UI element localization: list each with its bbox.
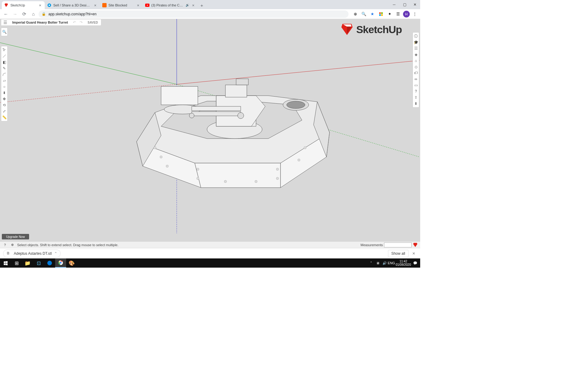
reading-list-icon[interactable]: ☰ [394,10,402,18]
svg-rect-4 [379,12,381,14]
download-item[interactable]: 🗎 Adeptus Astartes DT.stl ⌃ [3,250,61,258]
svg-point-27 [276,177,279,180]
browser-toolbar: ← → ⟳ ⌂ 🔒 app.sketchup.com/app?hl=en ⊕ 🔍… [0,9,420,19]
svg-rect-37 [161,86,198,105]
scenes-icon[interactable]: ∞ [413,76,419,82]
svg-point-30 [304,147,306,149]
hamburger-menu-icon[interactable]: ☰ [1,19,9,26]
new-tab-button[interactable]: + [198,1,206,9]
status-hint: Select objects. Shift to extend select. … [17,243,119,247]
measurements-input[interactable] [384,242,412,247]
outliner-icon[interactable]: ☷ [413,46,419,51]
status-bar: ? ⊕ Select objects. Shift to extend sele… [0,241,420,248]
close-window-button[interactable]: ✕ [410,0,420,9]
back-button[interactable]: ← [2,10,10,18]
close-icon[interactable]: × [38,3,42,7]
close-icon[interactable]: × [191,3,195,7]
svg-point-52 [60,262,62,264]
tab-pinshape[interactable]: Sell / Share a 3D Design | Pinsha × [45,1,100,9]
maximize-button[interactable]: ▢ [399,0,410,9]
redo-button[interactable]: ↷ [78,19,85,26]
instructor-icon[interactable]: 🎓 [413,40,419,45]
components-icon[interactable]: ⌂ [413,58,419,63]
edge-icon[interactable] [44,258,55,268]
svg-point-1 [49,5,50,6]
windows-taskbar: ⊞ 📁 ⊡ 🎨 ˄ 🖥 🔊 ENG 11:42 01/08/2020 💬 [0,258,420,268]
url-text: app.sketchup.com/app?hl=en [48,12,96,16]
select-tool-icon[interactable] [2,47,7,53]
line-tool-icon[interactable] [2,53,7,59]
tape-tool-icon[interactable]: 📏 [2,115,7,120]
svg-rect-6 [379,14,381,16]
extensions-icon[interactable]: ✦ [386,10,393,18]
sketchup-logo-icon [340,23,354,36]
windows-ext-icon[interactable] [377,10,385,18]
search-tool-icon[interactable]: 🔍 [2,29,7,35]
styles-icon[interactable]: ◇ [413,64,419,70]
pushpull-tool-icon[interactable]: ⬍ [2,90,7,96]
circle-tool-icon[interactable]: ○ [2,84,7,90]
share-icon[interactable]: ⇪ [413,95,419,100]
download-icon[interactable]: ⬇ [413,101,419,106]
profile-avatar[interactable]: H [403,11,410,17]
tab-youtube[interactable]: (3) Pirates of the Caribbean 🔊 × [143,1,198,9]
tab-siteblocked[interactable]: Site Blocked × [100,1,143,9]
svg-point-24 [197,168,199,170]
chrome-icon[interactable] [55,258,66,268]
pencil-tool-icon[interactable]: ✎ [2,66,7,71]
rectangle-tool-icon[interactable]: ▱ [2,78,7,83]
close-downloads-icon[interactable]: ✕ [410,251,417,256]
model-3d [85,56,336,197]
arc-tool-icon[interactable] [2,72,7,77]
entity-info-icon[interactable]: ⓘ [413,33,419,39]
tray-chevron-icon[interactable]: ˄ [369,261,374,265]
taskview-button[interactable]: ⊞ [11,258,22,268]
paint-icon[interactable]: 🎨 [66,258,77,268]
sketchup-viewport[interactable]: SketchUp [0,19,420,243]
sketchup-corner-icon [413,242,418,247]
display-icon[interactable]: ▭ [413,82,419,88]
close-icon[interactable]: × [93,3,97,7]
watermark-text: SketchUp [356,24,402,36]
scale-tool-icon[interactable]: ⤢ [2,109,7,114]
tags-icon[interactable]: 🏷 [413,70,419,76]
search-icon[interactable]: 🔍 [360,10,368,18]
chevron-up-icon[interactable]: ⌃ [54,251,57,256]
pinshape-favicon-icon [47,3,51,7]
tab-title: SketchUp [10,3,36,7]
svg-rect-5 [381,12,383,14]
tray-volume-icon[interactable]: 🔊 [382,261,387,265]
sketchup-watermark: SketchUp [340,23,402,36]
store-icon[interactable]: ⊡ [33,258,44,268]
bookmark-star-icon[interactable]: ★ [369,10,376,18]
undo-button[interactable]: ↶ [71,19,78,26]
materials-icon[interactable]: ◈ [413,52,419,57]
start-button[interactable] [0,258,11,268]
svg-point-44 [287,101,305,109]
show-all-button[interactable]: Show all [388,250,409,257]
move-tool-icon[interactable]: ✥ [2,96,7,102]
home-button[interactable]: ⌂ [29,10,37,18]
notifications-icon[interactable]: 💬 [413,261,418,265]
explorer-icon[interactable]: 📁 [22,258,33,268]
tray-datetime[interactable]: 11:42 01/08/2020 [396,260,411,266]
download-filename: Adeptus Astartes DT.stl [14,251,52,256]
address-bar[interactable]: 🔒 app.sketchup.com/app?hl=en [39,10,349,18]
tray-lang[interactable]: ENG [389,261,394,265]
upgrade-now-button[interactable]: Upgrade Now [2,234,29,239]
eraser-tool-icon[interactable]: ◧ [2,59,7,65]
close-icon[interactable]: × [136,3,140,7]
help-status-icon[interactable]: ? [2,242,7,247]
tray-monitor-icon[interactable]: 🖥 [375,261,380,265]
youtube-favicon-icon [145,3,149,7]
audio-icon[interactable]: 🔊 [186,3,189,7]
zoom-icon[interactable]: ⊕ [352,10,359,18]
help-icon[interactable]: ? [413,89,419,94]
tab-sketchup[interactable]: SketchUp × [2,1,45,9]
rotate-tool-icon[interactable]: ⟲ [2,102,7,108]
minimize-button[interactable]: ─ [389,0,399,9]
forward-button[interactable]: → [11,10,19,18]
chrome-menu-icon[interactable]: ⋮ [411,10,418,18]
reload-button[interactable]: ⟳ [20,10,28,18]
geo-status-icon[interactable]: ⊕ [10,242,15,247]
